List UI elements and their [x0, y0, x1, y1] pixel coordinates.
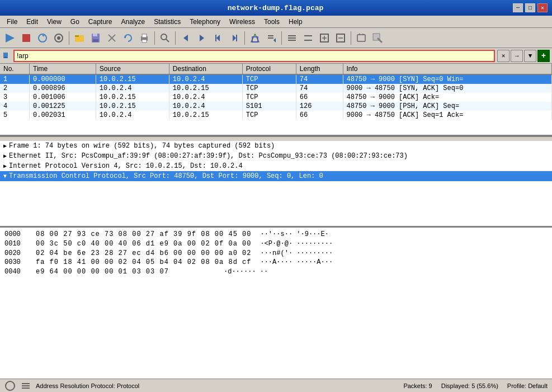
- close-button[interactable]: ✕: [537, 3, 548, 12]
- svg-marker-26: [273, 38, 276, 42]
- status-right: Packets: 9 Displayed: 5 (55.6%) Profile:…: [403, 382, 548, 389]
- expand-button[interactable]: [317, 30, 332, 46]
- packet-row[interactable]: 30.00100610.0.2.1510.0.2.4TCP6648750 → 9…: [0, 93, 552, 102]
- packet-list-scrollbar[interactable]: [0, 136, 552, 141]
- stop-capture-button[interactable]: [18, 30, 34, 46]
- packet-cell-1: 0.002031: [30, 111, 96, 120]
- toolbar-separator-6: [351, 31, 351, 45]
- detail-row[interactable]: ▶Internet Protocol Version 4, Src: 10.0.…: [0, 161, 552, 171]
- packet-cell-3: 10.0.2.15: [169, 111, 242, 120]
- packet-cell-5: 74: [296, 74, 343, 84]
- detail-row[interactable]: ▶Frame 1: 74 bytes on wire (592 bits), 7…: [0, 141, 552, 151]
- packet-row[interactable]: 20.00089610.0.2.410.0.2.15TCP749000 → 48…: [0, 84, 552, 93]
- save-file-button[interactable]: [88, 30, 103, 46]
- detail-row[interactable]: ▶Ethernet II, Src: PcsCompu_af:39:9f (08…: [0, 151, 552, 161]
- detail-text: Transmission Control Protocol, Src Port:…: [9, 172, 323, 180]
- packet-bytes[interactable]: 000008 00 27 93 ce 73 08 00 27 af 39 9f …: [0, 228, 552, 379]
- bytes-hex: e9 64 00 00 00 00 01 03 03 07: [36, 267, 215, 277]
- menu-telephony[interactable]: Telephony: [185, 17, 225, 26]
- packet-cell-2: 10.0.2.15: [96, 74, 169, 84]
- packet-cell-3: 10.0.2.4: [169, 93, 242, 102]
- packet-row[interactable]: 50.00203110.0.2.410.0.2.15TCP669000 → 48…: [0, 111, 552, 120]
- toolbar-separator-2: [154, 31, 155, 45]
- bytes-hex: 08 00 27 93 ce 73 08 00 27 af 39 9f 08 0…: [36, 230, 251, 239]
- menu-analyze[interactable]: Analyze: [117, 17, 150, 26]
- menu-wireless[interactable]: Wireless: [225, 17, 260, 26]
- svg-rect-15: [142, 40, 147, 42]
- find-button[interactable]: [157, 30, 173, 46]
- menu-edit[interactable]: Edit: [22, 17, 43, 26]
- prev-packet-button[interactable]: [178, 30, 194, 46]
- collapse-button[interactable]: [333, 30, 348, 46]
- toolbar-separator-3: [175, 31, 176, 45]
- bytes-ascii: ···A···· ·····A···: [260, 258, 333, 267]
- status-right-icon[interactable]: [20, 380, 31, 391]
- bytes-ascii: ·<P·@·@· ·········: [260, 239, 333, 249]
- menu-statistics[interactable]: Statistics: [149, 17, 185, 26]
- filter-input[interactable]: [17, 52, 492, 60]
- next-packet-button[interactable]: [194, 30, 210, 46]
- menu-go[interactable]: Go: [66, 17, 84, 26]
- status-packets: Packets: 9: [403, 382, 432, 389]
- go-last-button[interactable]: [227, 30, 242, 46]
- toolbar: [0, 28, 552, 48]
- minimize-button[interactable]: ─: [513, 3, 523, 12]
- filter-dropdown-button[interactable]: ▼: [524, 50, 536, 62]
- packet-cell-1: 0.000896: [30, 84, 96, 93]
- svg-rect-46: [22, 385, 30, 386]
- col-time: Time: [30, 64, 96, 74]
- packet-cell-4: TCP: [242, 84, 296, 93]
- svg-rect-14: [142, 34, 147, 37]
- menu-help[interactable]: Help: [284, 17, 307, 26]
- bytes-ascii: ··'··s·· '·9···E·: [260, 230, 328, 239]
- packet-list[interactable]: No. Time Source Destination Protocol Len…: [0, 64, 552, 136]
- packet-cell-2: 10.0.2.4: [96, 84, 169, 93]
- filter-add-button[interactable]: +: [537, 50, 550, 62]
- filter-apply-button[interactable]: →: [511, 50, 523, 62]
- bytes-offset: 0020: [4, 249, 27, 258]
- zoom-in-button[interactable]: [284, 30, 300, 46]
- packet-cell-6: 9000 → 48750 [SYN, ACK] Seq=0: [343, 84, 552, 93]
- col-protocol: Protocol: [242, 64, 296, 74]
- toolbar-separator-1: [69, 31, 69, 45]
- menu-file[interactable]: File: [2, 17, 22, 26]
- packet-cell-5: 66: [296, 93, 343, 102]
- restart-capture-button[interactable]: [35, 30, 50, 46]
- zoom-out-button[interactable]: [300, 30, 316, 46]
- reload-button[interactable]: [120, 30, 136, 46]
- packet-row[interactable]: 40.00122510.0.2.1510.0.2.4S10112648750 →…: [0, 102, 552, 111]
- svg-rect-47: [22, 388, 30, 389]
- autoscroll-button[interactable]: [263, 30, 279, 46]
- status-left-icon[interactable]: [4, 380, 16, 391]
- svg-rect-1: [22, 34, 30, 42]
- status-profile: Profile: Default: [507, 382, 548, 389]
- packet-row[interactable]: 10.00000010.0.2.1510.0.2.4TCP7448750 → 9…: [0, 74, 552, 84]
- detail-text: Ethernet II, Src: PcsCompu_af:39:9f (08:…: [9, 152, 408, 160]
- title-bar: network-dump.flag.pcap ─ □ ✕: [0, 0, 552, 16]
- open-file-button[interactable]: [72, 30, 87, 46]
- packet-cell-6: 48750 → 9000 [SYN] Seq=0 Win=: [343, 74, 552, 84]
- close-file-button[interactable]: [104, 30, 120, 46]
- packet-cell-6: 48750 → 9000 [ACK] Ack=: [343, 93, 552, 102]
- go-first-button[interactable]: [210, 30, 226, 46]
- detail-text: Internet Protocol Version 4, Src: 10.0.2…: [9, 162, 243, 170]
- filter-input-wrap[interactable]: [13, 50, 495, 62]
- col-info: Info: [343, 64, 552, 74]
- menu-capture[interactable]: Capture: [84, 17, 117, 26]
- menu-view[interactable]: View: [43, 17, 66, 26]
- new-capture-button[interactable]: [2, 30, 18, 46]
- filter-clear-button[interactable]: ✕: [497, 50, 509, 62]
- annotate-button[interactable]: [370, 30, 385, 46]
- options-button[interactable]: [51, 30, 67, 46]
- filter-bar: ✕ → ▼ +: [0, 48, 552, 64]
- menu-tools[interactable]: Tools: [260, 17, 284, 26]
- maximize-button[interactable]: □: [525, 3, 535, 12]
- status-displayed: Displayed: 5 (55.6%): [441, 382, 498, 389]
- bytes-row: 000008 00 27 93 ce 73 08 00 27 af 39 9f …: [4, 230, 548, 239]
- detail-row[interactable]: ▼Transmission Control Protocol, Src Port…: [0, 171, 552, 181]
- print-button[interactable]: [136, 30, 152, 46]
- time-button[interactable]: [353, 30, 369, 46]
- packet-details[interactable]: ▶Frame 1: 74 bytes on wire (592 bits), 7…: [0, 141, 552, 228]
- colorize-button[interactable]: [247, 30, 263, 46]
- svg-rect-45: [22, 383, 30, 384]
